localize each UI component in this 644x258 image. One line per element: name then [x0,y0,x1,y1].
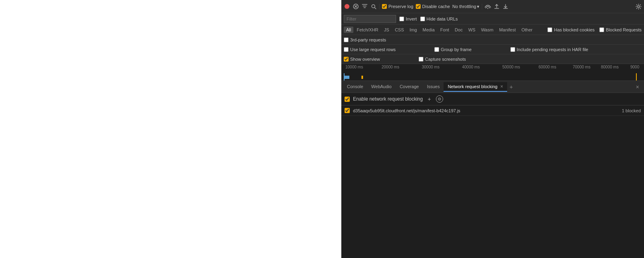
invert-checkbox[interactable] [399,17,404,21]
type-btn-all[interactable]: All [344,27,353,33]
tab-issues[interactable]: Issues [423,83,444,91]
svg-point-11 [638,6,640,8]
type-btn-img[interactable]: Img [407,27,419,33]
filter-row: Invert Hide data URLs [341,13,644,25]
timeline-marker-right [636,73,637,80]
timeline-bar-2 [361,76,363,79]
type-btn-ws[interactable]: WS [466,27,478,33]
capture-screenshots-label[interactable]: Capture screenshots [419,57,466,62]
third-party-label[interactable]: 3rd-party requests [344,37,386,42]
disable-cache-text: Disable cache [422,4,450,9]
options-row-2: Use large request rows Group by frame In… [341,45,644,54]
tab-console[interactable]: Console [343,83,367,91]
timeline-label-90k: 9000 [630,65,639,69]
group-by-frame-label[interactable]: Group by frame [434,47,471,52]
large-rows-text: Use large request rows [350,47,396,52]
type-btn-media[interactable]: Media [420,27,437,33]
has-blocked-cookies-checkbox[interactable] [547,27,552,32]
tab-close-icon[interactable]: × [500,84,503,89]
settings-button[interactable] [635,3,642,10]
search-button[interactable] [370,3,377,10]
type-btn-js[interactable]: JS [382,27,392,33]
svg-point-0 [345,4,349,9]
timeline-marker-left [344,73,345,80]
timeline-label-20k: 20000 ms [382,65,399,69]
panel-close-button[interactable]: × [633,82,642,92]
hide-data-urls-label[interactable]: Hide data URLs [420,17,458,21]
svg-point-6 [487,8,488,9]
disable-cache-checkbox[interactable] [416,4,421,9]
timeline-label-10k: 10000 ms [345,65,363,69]
tab-webaudio[interactable]: WebAudio [367,83,396,91]
options-row-1: 3rd-party requests [341,35,644,45]
devtools-panel: Preserve log Disable cache No throttling… [341,0,644,258]
network-conditions-icon[interactable] [485,3,491,10]
timeline-area: 10000 ms 20000 ms 30000 ms 40000 ms 5000… [341,64,644,81]
timeline-labels: 10000 ms 20000 ms 30000 ms 40000 ms 5000… [341,64,644,65]
blocking-header: Enable network request blocking + [341,93,644,105]
capture-screenshots-checkbox[interactable] [419,57,423,62]
type-filter-row: All Fetch/XHR JS CSS Img Media Font Doc … [341,25,644,35]
enable-blocking-checkbox[interactable] [345,97,350,102]
blocked-requests-text: Blocked Requests [606,27,642,32]
blocked-item: d35aaqx5ub95lt.cloudfront.net/js/manifes… [341,105,644,116]
type-btn-fetch-xhr[interactable]: Fetch/XHR [354,27,381,33]
timeline-bar-1 [344,76,349,79]
tab-network-request-blocking[interactable]: Network request blocking × [444,82,507,92]
group-by-frame-checkbox[interactable] [434,47,439,52]
timeline-label-80k: 80000 ms [601,65,619,69]
type-btn-other[interactable]: Other [519,27,535,33]
large-rows-label[interactable]: Use large request rows [344,47,396,52]
invert-label[interactable]: Invert [399,17,417,21]
blocked-requests-checkbox[interactable] [599,27,604,32]
bottom-tabs: Console WebAudio Coverage Issues Network… [341,81,644,93]
blocked-requests-label[interactable]: Blocked Requests [599,27,642,32]
timeline-label-40k: 40000 ms [462,65,480,69]
timeline-label-50k: 50000 ms [502,65,520,69]
type-btn-css[interactable]: CSS [392,27,407,33]
disable-cache-label[interactable]: Disable cache [416,4,450,9]
preserve-log-checkbox[interactable] [382,4,387,9]
tab-coverage[interactable]: Coverage [396,83,423,91]
has-blocked-area: Has blocked cookies Blocked Requests [547,27,642,32]
type-btn-wasm[interactable]: Wasm [479,27,496,33]
enable-blocking-label: Enable network request blocking [353,96,423,102]
type-btn-font[interactable]: Font [438,27,452,33]
include-pending-checkbox[interactable] [510,47,515,52]
group-by-frame-text: Group by frame [441,47,471,52]
third-party-text: 3rd-party requests [350,37,386,42]
timeline-label-70k: 70000 ms [573,65,590,69]
has-blocked-cookies-label[interactable]: Has blocked cookies [547,27,594,32]
invert-text: Invert [406,17,417,21]
filter-input[interactable] [344,15,396,23]
left-panel [0,0,341,258]
include-pending-label[interactable]: Include pending requests in HAR file [510,47,588,52]
timeline-label-60k: 60000 ms [539,65,556,69]
capture-screenshots-text: Capture screenshots [425,57,466,62]
hide-data-urls-checkbox[interactable] [420,17,425,21]
export-har-button[interactable] [502,3,509,10]
blocked-url: d35aaqx5ub95lt.cloudfront.net/js/manifes… [353,108,619,113]
blocking-content: Enable network request blocking + d35aaq… [341,93,644,258]
type-btn-manifest[interactable]: Manifest [497,27,518,33]
show-overview-text: Show overview [350,57,380,62]
timeline-label-30k: 30000 ms [422,65,440,69]
tab-add-button[interactable]: + [507,82,515,92]
throttling-select[interactable]: No throttling ▾ [452,4,479,9]
type-btn-doc[interactable]: Doc [452,27,465,33]
throttling-label: No throttling [452,4,476,9]
bottom-panel: Console WebAudio Coverage Issues Network… [341,81,644,258]
add-pattern-button[interactable]: + [426,96,432,102]
filter-button[interactable] [361,3,368,10]
clear-patterns-button[interactable] [436,95,443,103]
import-har-button[interactable] [493,3,500,10]
preserve-log-label[interactable]: Preserve log [382,4,413,9]
third-party-checkbox[interactable] [344,37,349,42]
show-overview-label[interactable]: Show overview [344,57,380,62]
blocked-item-checkbox[interactable] [345,108,350,113]
large-rows-checkbox[interactable] [344,47,349,52]
svg-line-5 [374,7,376,9]
clear-button[interactable] [353,3,359,10]
show-overview-checkbox[interactable] [344,57,349,62]
record-button[interactable] [344,3,350,10]
